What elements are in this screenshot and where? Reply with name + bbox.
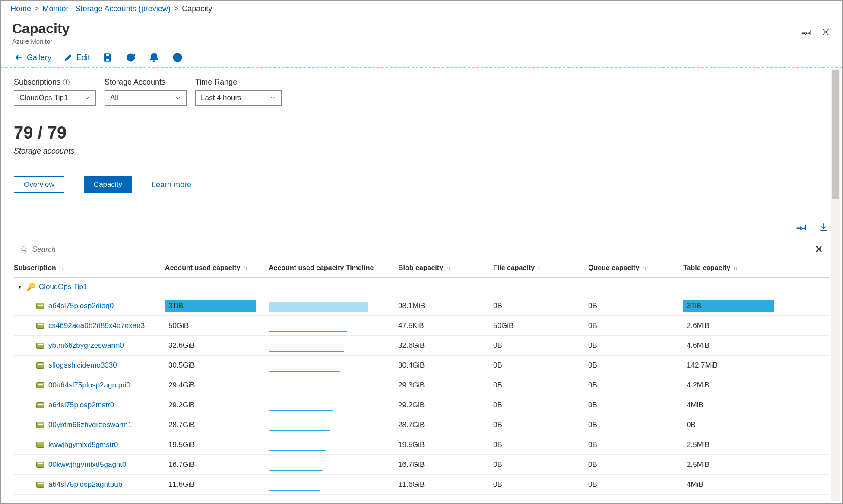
refresh-button[interactable] — [125, 52, 136, 63]
storage-account-link[interactable]: kwwjhgymlxd5gmstr0 — [48, 441, 118, 449]
table-capacity-cell: 4MiB — [683, 478, 787, 491]
used-capacity-cell: 28.7GiB — [165, 418, 269, 432]
used-capacity-cell: 29.4GiB — [165, 378, 269, 392]
storage-account-link[interactable]: a64sl75plosp2mstr0 — [48, 401, 114, 410]
queue-capacity-cell: 0B — [588, 480, 683, 489]
separator — [142, 179, 142, 190]
timeline-cell — [269, 419, 398, 431]
storage-account-icon — [36, 343, 44, 349]
gallery-button[interactable]: Gallery — [14, 53, 51, 62]
time-range-dropdown[interactable]: Last 4 hours — [195, 90, 282, 106]
collapse-icon[interactable]: ▼ — [17, 284, 22, 290]
time-range-value: Last 4 hours — [201, 94, 241, 102]
clear-search-icon[interactable]: ✕ — [815, 244, 823, 255]
col-account-used[interactable]: Account used capacity↑↓ — [165, 264, 269, 272]
table-row: ybtm66zbygrzeswarm032.6GiB32.6GiB0B0B4.6… — [14, 336, 829, 356]
search-input[interactable] — [32, 245, 811, 254]
vertical-scrollbar[interactable] — [831, 69, 840, 501]
file-capacity-cell: 0B — [493, 341, 588, 350]
table-row: cs4692aea0b2d89x4e7exae350GiB47.5KiB50Gi… — [14, 316, 829, 336]
timeline-cell — [269, 320, 398, 332]
queue-capacity-cell: 0B — [588, 321, 683, 330]
chevron-down-icon — [175, 95, 181, 101]
svg-rect-1 — [106, 58, 110, 61]
storage-account-link[interactable]: ybtm66zbygrzeswarm0 — [48, 341, 124, 350]
used-capacity-cell: 30.5GiB — [165, 359, 269, 372]
col-blob[interactable]: Blob capacity↑↓ — [398, 264, 493, 272]
storage-accounts-dropdown[interactable]: All — [105, 90, 187, 106]
key-icon: 🔑 — [26, 282, 35, 292]
summary-count: 79 / 79 — [14, 123, 829, 142]
table-row: 00kwwjhgymlxd5gagnt016.7GiB16.7GiB0B0B2.… — [14, 455, 829, 475]
group-row[interactable]: ▼ 🔑 CloudOps Tip1 — [14, 278, 829, 296]
storage-account-icon — [36, 422, 44, 428]
table-capacity-cell: 3TiB — [683, 299, 787, 313]
svg-point-3 — [176, 56, 177, 57]
alert-button[interactable] — [149, 52, 160, 63]
storage-account-link[interactable]: 00ybtm66zbygrzeswarm1 — [48, 421, 132, 429]
subscriptions-dropdown[interactable]: CloudOps Tip1 — [14, 90, 96, 106]
svg-point-4 — [178, 56, 179, 57]
storage-account-icon — [36, 442, 44, 448]
file-capacity-cell: 0B — [493, 302, 588, 310]
learn-more-link[interactable]: Learn more — [152, 180, 191, 189]
info-icon[interactable]: i — [63, 79, 70, 85]
timeline-cell — [269, 439, 398, 451]
queue-capacity-cell: 0B — [588, 381, 683, 390]
svg-rect-0 — [106, 54, 110, 56]
breadcrumb-monitor[interactable]: Monitor - Storage Accounts (preview) — [43, 4, 171, 13]
file-capacity-cell: 0B — [493, 401, 588, 410]
blob-capacity-cell: 11.6GiB — [398, 480, 493, 489]
col-subscription[interactable]: Subscription↑↓ — [14, 264, 165, 272]
col-timeline[interactable]: Account used capacity Timeline — [269, 264, 398, 272]
used-capacity-cell: 16.7GiB — [165, 458, 269, 472]
table-capacity-cell: 2.5MiB — [683, 458, 787, 472]
timeline-cell — [269, 379, 398, 391]
group-name[interactable]: CloudOps Tip1 — [39, 283, 87, 291]
file-capacity-cell: 0B — [493, 460, 588, 469]
storage-account-link[interactable]: a64sl75plosp2diag0 — [48, 302, 114, 310]
timeline-cell — [269, 399, 398, 411]
col-file[interactable]: File capacity↑↓ — [493, 264, 588, 272]
search-icon — [20, 246, 28, 253]
tab-overview[interactable]: Overview — [14, 176, 64, 193]
breadcrumb-current: Capacity — [182, 4, 212, 13]
subscriptions-label: Subscriptionsi — [14, 78, 96, 87]
file-capacity-cell: 0B — [493, 480, 588, 489]
table-row: kwwjhgymlxd5gmstr019.5GiB19.5GiB0B0B2.5M… — [14, 435, 829, 455]
table-capacity-cell: 4MiB — [683, 398, 787, 412]
timeline-cell — [269, 300, 398, 312]
breadcrumb-home[interactable]: Home — [10, 4, 31, 13]
tab-capacity[interactable]: Capacity — [84, 176, 132, 193]
storage-account-link[interactable]: sflogsshicidemo3330 — [48, 361, 117, 370]
pin-icon[interactable] — [802, 27, 812, 39]
close-icon[interactable] — [821, 27, 831, 39]
blob-capacity-cell: 30.4GiB — [398, 361, 493, 370]
table-row: 00a64sl75plosp2agntpri029.4GiB29.3GiB0B0… — [14, 375, 829, 395]
file-capacity-cell: 0B — [493, 361, 588, 370]
storage-account-icon — [36, 482, 44, 488]
chevron-down-icon — [84, 95, 90, 101]
edit-button[interactable]: Edit — [63, 53, 90, 62]
col-queue[interactable]: Queue capacity↑↓ — [588, 264, 683, 272]
save-button[interactable] — [102, 52, 113, 63]
table-row: a64sl75plosp2mstr029.2GiB29.2GiB0B0B4MiB — [14, 395, 829, 415]
table-capacity-cell: 2.5MiB — [683, 438, 787, 452]
gallery-label: Gallery — [27, 53, 51, 62]
svg-point-5 — [22, 247, 25, 251]
separator — [74, 179, 74, 190]
storage-account-link[interactable]: a64sl75plosp2agntpub — [48, 480, 122, 489]
feedback-button[interactable] — [172, 52, 183, 63]
storage-account-icon — [36, 362, 44, 369]
storage-account-link[interactable]: 00a64sl75plosp2agntpri0 — [48, 381, 130, 390]
table-row: a64sl75plosp2diag03TiB98.1MiB0B0B3TiB — [14, 296, 829, 316]
storage-account-link[interactable]: cs4692aea0b2d89x4e7exae3 — [48, 321, 145, 330]
download-icon[interactable] — [818, 221, 829, 235]
blob-capacity-cell: 29.2GiB — [398, 401, 493, 410]
col-table[interactable]: Table capacity↑↓ — [683, 264, 787, 272]
storage-account-link[interactable]: 00kwwjhgymlxd5gagnt0 — [48, 460, 127, 469]
blob-capacity-cell: 16.7GiB — [398, 460, 493, 469]
file-capacity-cell: 0B — [493, 381, 588, 390]
table-capacity-cell: 4.6MiB — [683, 339, 787, 353]
pin-table-icon[interactable] — [796, 221, 808, 235]
